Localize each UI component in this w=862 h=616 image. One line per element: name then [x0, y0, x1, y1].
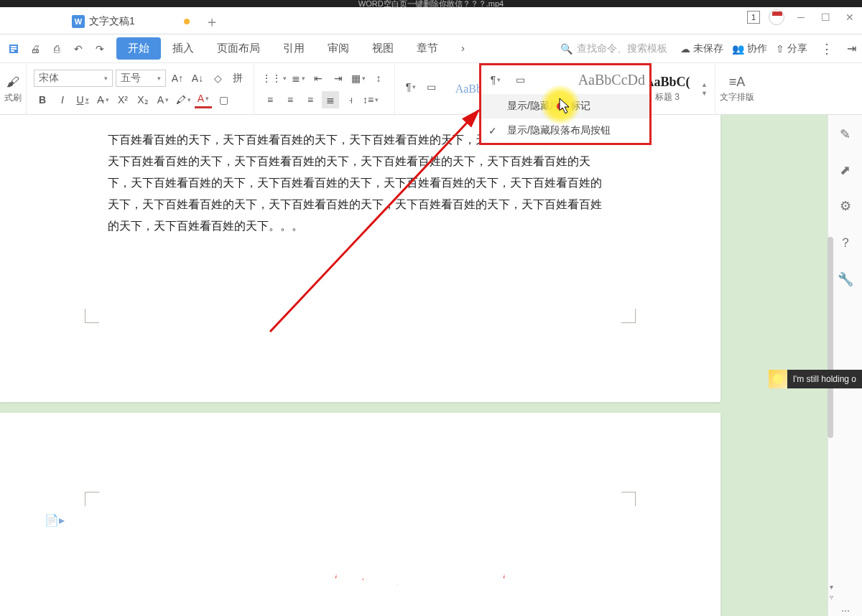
undo-icon[interactable]: ↶ [69, 39, 88, 58]
clear-format-icon[interactable]: ◇ [209, 70, 226, 87]
text-effects-button[interactable]: A [154, 91, 172, 108]
crop-mark-icon [79, 300, 102, 323]
align-left-button[interactable]: ≡ [261, 91, 279, 108]
paragraph-mark-icon[interactable]: ¶ [487, 71, 504, 88]
search-icon: 🔍 [560, 43, 573, 55]
vertical-scrollbar[interactable] [828, 122, 835, 582]
people-icon: 👥 [732, 43, 744, 55]
format-painter-icon[interactable]: 🖌 [4, 73, 22, 90]
tools-icon[interactable]: 🔧 [838, 271, 853, 287]
ruler-small-icon[interactable]: ▭ [511, 71, 529, 88]
font-color-button[interactable]: A [195, 91, 212, 108]
new-tab-button[interactable]: ＋ [200, 9, 224, 34]
scroll-down-icon[interactable]: ▾ [828, 583, 835, 592]
bold-button[interactable]: B [34, 91, 51, 108]
notification-toast[interactable]: I'm still holding o [769, 370, 862, 388]
text-layout-button[interactable]: ≡A 文字排版 [715, 64, 759, 114]
highlight-color-button[interactable]: 🖍 [175, 91, 192, 108]
line-spacing-button[interactable]: ↕≡ [362, 91, 379, 108]
bullets-button[interactable]: ⋮⋮ [261, 70, 287, 87]
share-label: 分享 [787, 42, 807, 55]
tab-view[interactable]: 视图 [361, 37, 405, 60]
user-avatar-icon[interactable] [769, 9, 784, 25]
tab-page-layout[interactable]: 页面布局 [205, 37, 272, 60]
decrease-indent-button[interactable]: ⇤ [310, 70, 327, 87]
decrease-font-icon[interactable]: A↓ [189, 70, 206, 87]
crop-mark-icon [79, 492, 102, 515]
align-justify-button[interactable]: ≣ [322, 91, 339, 108]
cloud-unsaved-status[interactable]: ☁ 未保存 [680, 42, 723, 55]
distribute-button[interactable]: ⫞ [342, 91, 359, 108]
subtitle-text: 我们将光标移动到段落标记前面 [218, 564, 610, 594]
minimize-button[interactable]: ─ [789, 7, 813, 27]
redo-icon[interactable]: ↷ [91, 39, 109, 58]
increase-font-icon[interactable]: A↑ [169, 70, 186, 87]
rail-dots-icon[interactable]: ⋯ [841, 606, 850, 616]
share-button[interactable]: ⇧ 分享 [776, 42, 807, 55]
align-right-button[interactable]: ≡ [302, 91, 319, 108]
italic-button[interactable]: I [54, 91, 71, 108]
collaborate-button[interactable]: 👥 协作 [732, 42, 767, 55]
tab-review[interactable]: 审阅 [316, 37, 361, 60]
tab-insert[interactable]: 插入 [161, 37, 205, 60]
select-icon[interactable]: ⬈ [840, 162, 851, 178]
marks-group: ¶ ▭ [395, 64, 447, 114]
sort-button[interactable]: ↕ [370, 70, 387, 87]
window-id-badge[interactable]: 1 [747, 11, 760, 24]
menu-overflow-icon[interactable]: ⋮ [816, 41, 838, 57]
align-center-button[interactable]: ≡ [282, 91, 299, 108]
document-page-1: 下百姓看百姓的天下，天下百姓看百姓的天下，天下百姓看百姓的天下，天下百姓看百姓的… [0, 115, 720, 402]
font-size-select[interactable]: 五号 ▾ [116, 70, 166, 87]
toast-message: I'm still holding o [793, 374, 856, 384]
toggle-paragraph-layout-item[interactable]: ✓ 显示/隐藏段落布局按钮 [481, 118, 649, 143]
numbering-button[interactable]: ≣ [289, 70, 307, 87]
font-family-select[interactable]: 宋体 ▾ [34, 70, 113, 87]
style-preview-inline: AaBbCcDd [578, 72, 645, 88]
dropdown-item-label: 显示/隐藏段落标记 [507, 100, 590, 113]
print-preview-icon[interactable]: ⎙ [47, 39, 66, 58]
document-viewport[interactable]: 下百姓看百姓的天下，天下百姓看百姓的天下，天下百姓看百姓的天下，天下百姓看百姓的… [0, 115, 828, 616]
tab-start[interactable]: 开始 [116, 37, 161, 60]
pencil-icon[interactable]: ✎ [840, 126, 851, 142]
increase-indent-button[interactable]: ⇥ [330, 70, 347, 87]
styles-nav[interactable]: ▲▼ [701, 81, 708, 97]
tab-references[interactable]: 引用 [272, 37, 316, 60]
font-group: 宋体 ▾ 五号 ▾ A↑ A↓ ◇ 拼 B I U A̶ X² X₂ A 🖍 A… [27, 64, 254, 114]
tab-more[interactable]: › [450, 37, 476, 60]
phonetic-guide-icon[interactable]: 拼 [229, 70, 246, 87]
tab-section[interactable]: 章节 [405, 37, 450, 60]
collapse-ribbon-icon[interactable]: ⇥ [840, 42, 862, 55]
subscript-button[interactable]: X₂ [134, 91, 152, 108]
crop-mark-icon [618, 492, 641, 515]
strikethrough-button[interactable]: A̶ [94, 91, 111, 108]
ruler-icon[interactable]: ▭ [422, 78, 440, 95]
document-tab-strip: W 文字文稿1 ＋ 1 ─ ☐ ✕ [0, 7, 862, 34]
format-painter-group: 🖌 式刷 [0, 64, 27, 114]
format-painter-label: 式刷 [4, 92, 22, 104]
underline-button[interactable]: U [74, 91, 91, 108]
scrollbar-thumb[interactable] [828, 237, 833, 438]
app-menu-icon[interactable] [4, 39, 23, 58]
fill-color-button[interactable]: ▦ [350, 70, 367, 87]
page-hint-icon[interactable]: 📄▸ [45, 513, 65, 527]
close-button[interactable]: ✕ [838, 7, 862, 27]
maximize-button[interactable]: ☐ [813, 7, 838, 27]
paragraph-mark-dropdown[interactable]: ¶ [402, 78, 420, 95]
document-tab-title: 文字文稿1 [89, 15, 135, 28]
command-search[interactable]: 🔍 查找命令、搜索模板 [560, 42, 667, 55]
font-size-value: 五号 [121, 72, 141, 85]
toast-emoji-icon [769, 370, 787, 388]
mouse-cursor-icon [559, 98, 573, 116]
character-border-button[interactable]: ▢ [215, 91, 232, 108]
text-layout-icon: ≡A [729, 75, 746, 90]
document-tab[interactable]: W 文字文稿1 [65, 9, 200, 34]
save-icon[interactable]: 🖨 [26, 39, 45, 58]
style-name: 标题 3 [655, 91, 680, 103]
unsaved-label: 未保存 [693, 42, 723, 55]
settings-slider-icon[interactable]: ⚙ [840, 198, 851, 214]
dropdown-item-label: 显示/隐藏段落布局按钮 [507, 124, 611, 137]
wps-writer-icon: W [72, 15, 85, 28]
help-icon[interactable]: ？ [839, 234, 852, 251]
scroll-page-down-icon[interactable]: ▿ [828, 593, 835, 602]
superscript-button[interactable]: X² [114, 91, 131, 108]
